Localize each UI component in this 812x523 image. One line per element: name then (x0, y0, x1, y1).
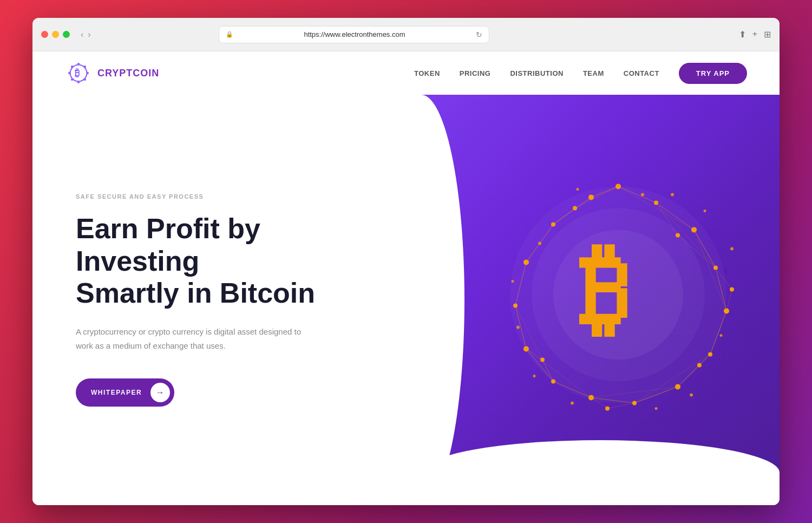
svg-point-61 (615, 184, 621, 189)
svg-point-90 (690, 393, 693, 396)
svg-point-85 (511, 280, 514, 283)
network-visualization: ₿ (488, 165, 748, 424)
svg-point-80 (540, 357, 545, 362)
new-tab-icon[interactable]: + (752, 29, 757, 40)
browser-chrome: ‹ › 🔒 https://www.electronthemes.com ↻ ⬆… (32, 18, 780, 51)
back-arrow-icon[interactable]: ‹ (81, 30, 83, 40)
svg-point-67 (675, 384, 680, 389)
traffic-light-green[interactable] (63, 31, 70, 38)
svg-text:₿: ₿ (579, 234, 630, 345)
main-content: SAFE SECURE AND EASY PROCESS Earn Profit… (32, 95, 780, 505)
logo-text: CRYPTCOIN (97, 68, 159, 79)
nav-contact[interactable]: CONTACT (624, 69, 659, 77)
share-icon[interactable]: ⬆ (739, 29, 746, 40)
svg-point-64 (713, 265, 718, 270)
svg-point-88 (571, 401, 574, 404)
svg-point-93 (703, 210, 706, 212)
svg-point-75 (588, 194, 594, 200)
left-panel: SAFE SECURE AND EASY PROCESS Earn Profit… (32, 95, 421, 505)
svg-point-73 (523, 259, 529, 265)
svg-point-82 (641, 193, 644, 196)
nav-distribution[interactable]: DISTRIBUTION (510, 69, 563, 77)
whitepaper-button[interactable]: WHITEPAPER → (76, 378, 174, 407)
traffic-light-yellow[interactable] (52, 31, 59, 38)
traffic-light-red[interactable] (41, 31, 48, 38)
svg-point-81 (605, 406, 610, 410)
svg-point-69 (588, 395, 594, 400)
svg-point-86 (516, 325, 520, 329)
svg-point-65 (724, 308, 729, 313)
forward-arrow-icon[interactable]: › (88, 30, 90, 40)
svg-text:₿: ₿ (75, 68, 80, 79)
browser-window: ‹ › 🔒 https://www.electronthemes.com ↻ ⬆… (32, 18, 780, 505)
hero-subtitle: SAFE SECURE AND EASY PROCESS (76, 193, 378, 200)
browser-actions: ⬆ + ⊞ (739, 29, 771, 40)
svg-point-94 (671, 193, 674, 196)
grid-icon[interactable]: ⊞ (764, 29, 771, 40)
svg-point-91 (719, 334, 722, 337)
svg-point-79 (697, 363, 702, 367)
svg-point-62 (654, 200, 658, 205)
arrow-icon: → (155, 388, 165, 397)
website-content: ₿ (32, 51, 780, 505)
svg-point-66 (708, 352, 712, 356)
lock-icon: 🔒 (226, 31, 233, 38)
svg-point-70 (551, 379, 555, 383)
traffic-lights (41, 31, 70, 38)
hero-description: A cryptocurrency or crypto currency is d… (76, 325, 303, 352)
svg-point-71 (523, 346, 529, 351)
bottom-wave (421, 440, 780, 505)
svg-point-63 (691, 227, 697, 232)
svg-point-68 (632, 401, 637, 405)
try-app-button[interactable]: TRY APP (679, 63, 747, 84)
svg-point-87 (533, 375, 535, 377)
whitepaper-label: WHITEPAPER (91, 389, 142, 396)
svg-point-76 (676, 233, 680, 237)
arrow-circle: → (150, 383, 170, 402)
nav-pricing[interactable]: PRICING (460, 69, 491, 77)
svg-point-83 (576, 188, 579, 191)
svg-point-77 (573, 206, 577, 210)
headline-line1: Earn Profit by Investing (76, 213, 260, 277)
svg-point-72 (513, 303, 518, 308)
right-panel: ₿ (421, 95, 780, 505)
svg-point-92 (730, 247, 734, 250)
nav-token[interactable]: TOKEN (414, 69, 440, 77)
browser-nav-arrows: ‹ › (81, 30, 91, 40)
nav-team[interactable]: TEAM (583, 69, 604, 77)
reload-icon[interactable]: ↻ (476, 30, 482, 39)
svg-point-89 (654, 407, 657, 410)
hero-headline: Earn Profit by Investing Smartly in Bitc… (76, 213, 378, 310)
svg-line-60 (607, 403, 634, 408)
headline-line2: Smartly in Bitcoin (76, 277, 315, 309)
logo-icon: ₿ (65, 60, 92, 87)
url-text: https://www.electronthemes.com (237, 30, 473, 38)
svg-point-84 (538, 241, 541, 245)
address-bar[interactable]: 🔒 https://www.electronthemes.com ↻ (219, 26, 489, 43)
main-nav: TOKEN PRICING DISTRIBUTION TEAM CONTACT … (414, 63, 747, 84)
svg-point-78 (730, 287, 734, 291)
svg-point-74 (551, 222, 555, 226)
site-header: ₿ (32, 51, 780, 95)
svg-line-53 (726, 289, 732, 311)
logo: ₿ (65, 60, 159, 87)
